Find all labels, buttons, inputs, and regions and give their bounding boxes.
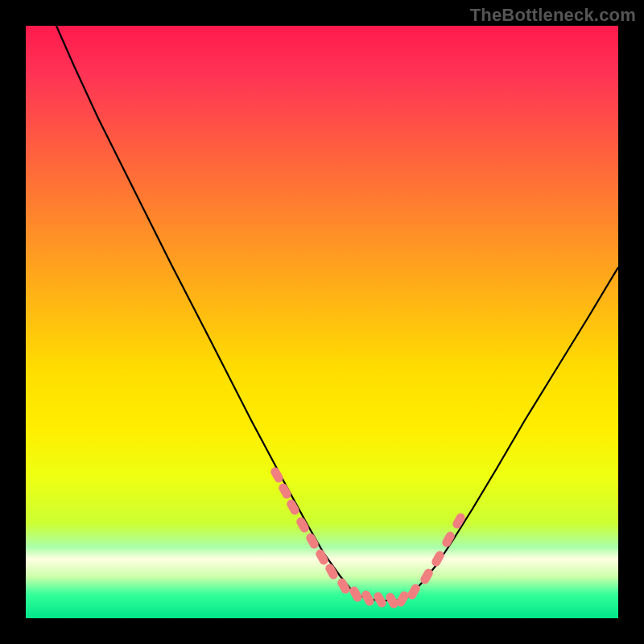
marker-dot — [269, 466, 285, 485]
chart-plot-area — [26, 26, 618, 618]
markers-left-group — [269, 466, 400, 610]
marker-dot — [360, 589, 376, 608]
marker-dot — [304, 532, 320, 551]
markers-right-group — [394, 512, 467, 609]
marker-dot — [277, 482, 293, 501]
left-curve — [56, 26, 354, 593]
right-curve — [406, 267, 618, 599]
watermark-text: TheBottleneck.com — [470, 5, 636, 26]
marker-dot — [430, 550, 446, 568]
chart-svg — [26, 26, 618, 618]
